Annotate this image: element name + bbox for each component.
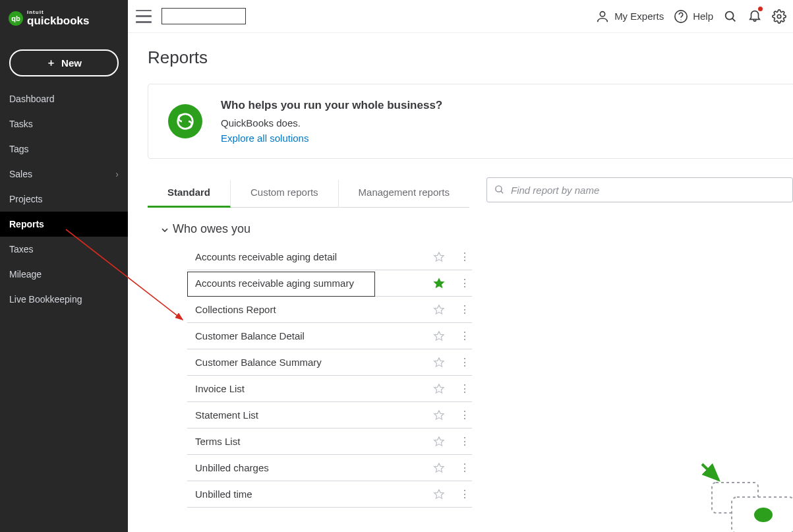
tab-standard[interactable]: Standard [148, 180, 231, 208]
my-experts-button[interactable]: My Experts [595, 9, 664, 24]
svg-point-0 [600, 11, 604, 16]
sidebar-item-live-bookkeeping[interactable]: Live Bookkeeping [0, 287, 128, 312]
sidebar-item-label: Tags [9, 144, 29, 154]
report-section: Who owes you Accounts receivable aging d… [160, 222, 793, 508]
svg-line-4 [732, 18, 735, 20]
report-row: Statement List⋮ [187, 402, 472, 429]
report-row: Accounts receivable aging detail⋮ [187, 244, 472, 270]
report-row: Unbilled charges⋮ [187, 455, 472, 481]
kebab-icon[interactable]: ⋮ [459, 303, 469, 316]
promo-logo-icon [168, 104, 202, 138]
report-link[interactable]: Invoice List [195, 383, 433, 394]
notifications-button[interactable] [748, 8, 762, 24]
page-title: Reports [148, 47, 793, 68]
star-outline-icon[interactable] [433, 436, 445, 448]
sidebar-item-label: Reports [9, 219, 44, 229]
section-title: Who owes you [173, 222, 250, 236]
my-experts-label: My Experts [614, 11, 664, 22]
chevron-down-icon [160, 225, 170, 235]
hamburger-icon[interactable] [136, 10, 152, 23]
search-field-icon [494, 184, 505, 195]
kebab-icon[interactable]: ⋮ [459, 356, 469, 369]
report-link[interactable]: Unbilled charges [195, 462, 433, 473]
kebab-icon[interactable]: ⋮ [459, 330, 469, 342]
star-outline-icon[interactable] [433, 251, 445, 263]
star-outline-icon[interactable] [433, 383, 445, 395]
sidebar-item-tags[interactable]: Tags [0, 136, 128, 162]
logo-icon: qb [9, 11, 23, 26]
new-button-label: New [61, 57, 82, 69]
star-outline-icon[interactable] [433, 462, 445, 474]
sidebar-item-tasks[interactable]: Tasks [0, 111, 128, 136]
sidebar-item-mileage[interactable]: Mileage [0, 262, 128, 287]
kebab-icon[interactable]: ⋮ [459, 409, 469, 421]
report-link[interactable]: Customer Balance Summary [195, 357, 433, 368]
kebab-icon[interactable]: ⋮ [459, 488, 469, 500]
svg-line-8 [501, 191, 503, 193]
gear-icon[interactable] [772, 9, 786, 24]
star-outline-icon[interactable] [433, 304, 445, 316]
help-button[interactable]: Help [674, 9, 713, 24]
sidebar-item-label: Live Bookkeeping [9, 294, 82, 305]
svg-point-5 [777, 15, 781, 18]
logo: qb intuit quickbooks [0, 0, 128, 33]
new-button[interactable]: ＋ New [9, 49, 119, 76]
tab-custom-reports[interactable]: Custom reports [231, 180, 339, 208]
tab-management-reports[interactable]: Management reports [339, 180, 469, 208]
plus-icon: ＋ [46, 57, 56, 69]
main: My Experts Help Reports Who helps you ru… [128, 0, 793, 532]
search-icon[interactable] [723, 9, 738, 24]
section-toggle[interactable]: Who owes you [160, 222, 793, 236]
promo-subtext: QuickBooks does. [221, 117, 442, 129]
sidebar-item-label: Taxes [9, 244, 34, 254]
sidebar-item-label: Sales [9, 169, 32, 179]
report-row: Accounts receivable aging summary⋮ [187, 270, 472, 297]
star-outline-icon[interactable] [433, 409, 445, 421]
report-link[interactable]: Accounts receivable aging summary [195, 278, 433, 289]
report-row: Customer Balance Detail⋮ [187, 323, 472, 349]
svg-point-3 [726, 11, 734, 19]
sidebar-item-projects[interactable]: Projects [0, 187, 128, 212]
sidebar-item-dashboard[interactable]: Dashboard [0, 86, 128, 111]
sidebar-item-label: Tasks [9, 119, 33, 129]
report-link[interactable]: Collections Report [195, 304, 433, 315]
report-row: Collections Report⋮ [187, 297, 472, 323]
svg-point-7 [496, 186, 502, 192]
sidebar-item-label: Projects [9, 194, 43, 204]
sidebar: qb intuit quickbooks ＋ New DashboardTask… [0, 0, 128, 532]
promo-link[interactable]: Explore all solutions [221, 133, 308, 144]
topbar: My Experts Help [128, 0, 793, 33]
search-input[interactable] [486, 177, 793, 202]
kebab-icon[interactable]: ⋮ [459, 382, 469, 395]
chevron-right-icon: › [115, 169, 119, 179]
star-outline-icon[interactable] [433, 357, 445, 369]
report-link[interactable]: Terms List [195, 436, 433, 447]
report-link[interactable]: Accounts receivable aging detail [195, 251, 433, 262]
top-search-input[interactable] [162, 8, 246, 24]
report-row: Invoice List⋮ [187, 376, 472, 402]
star-outline-icon[interactable] [433, 488, 445, 500]
promo-card: Who helps you run your whole business? Q… [148, 84, 793, 159]
search-wrap [486, 177, 793, 202]
star-filled-icon[interactable] [433, 278, 445, 289]
kebab-icon[interactable]: ⋮ [459, 251, 469, 263]
star-outline-icon[interactable] [433, 330, 445, 342]
sidebar-item-taxes[interactable]: Taxes [0, 237, 128, 262]
kebab-icon[interactable]: ⋮ [459, 435, 469, 448]
report-link[interactable]: Statement List [195, 409, 433, 421]
person-icon [595, 9, 610, 24]
report-row: Terms List⋮ [187, 429, 472, 455]
report-link[interactable]: Unbilled time [195, 488, 433, 500]
content: Reports Who helps you run your whole bus… [128, 33, 793, 532]
sidebar-item-reports[interactable]: Reports [0, 212, 128, 237]
sidebar-item-sales[interactable]: Sales› [0, 162, 128, 187]
help-label: Help [693, 11, 713, 22]
kebab-icon[interactable]: ⋮ [459, 277, 469, 289]
report-link[interactable]: Customer Balance Detail [195, 330, 433, 341]
promo-heading: Who helps you run your whole business? [221, 99, 442, 112]
kebab-icon[interactable]: ⋮ [459, 461, 469, 474]
report-list: Accounts receivable aging detail⋮Account… [187, 244, 472, 508]
sidebar-nav: DashboardTasksTagsSales›ProjectsReportsT… [0, 86, 128, 312]
sidebar-item-label: Mileage [9, 269, 42, 280]
help-icon [674, 9, 688, 24]
